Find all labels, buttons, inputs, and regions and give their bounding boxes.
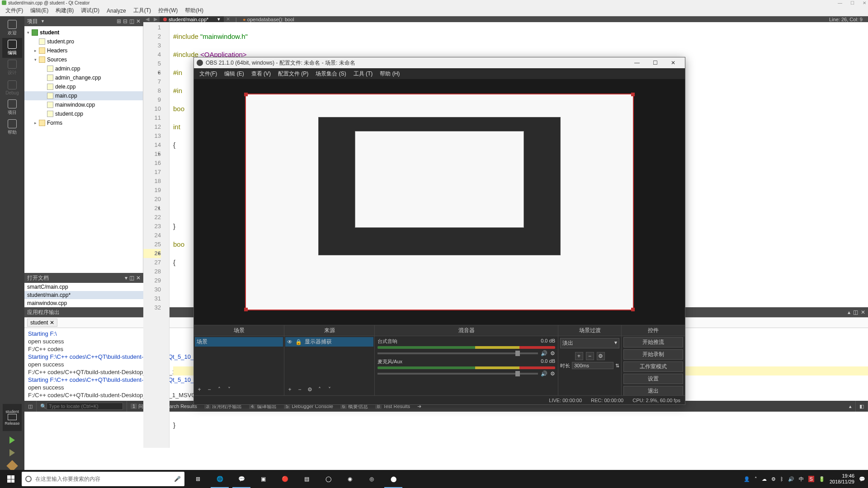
nav-back-icon[interactable]: ◀	[143, 16, 151, 22]
taskbar-app-steam[interactable]: ◯	[317, 470, 339, 488]
source-up-button[interactable]: ˄	[316, 386, 323, 394]
transition-select[interactable]: 淡出▾	[560, 338, 619, 348]
resize-handle-icon[interactable]	[244, 308, 248, 311]
spinner-icon[interactable]: ⇅	[615, 363, 619, 369]
sources-list[interactable]: 👁 🔒 显示器捕获	[284, 336, 374, 385]
source-down-button[interactable]: ˅	[326, 386, 333, 394]
close-pane-icon[interactable]: ✕	[136, 275, 141, 281]
obs-minimize-button[interactable]: —	[628, 60, 646, 66]
start-streaming-button[interactable]: 开始推流	[623, 337, 683, 347]
tree-sources[interactable]: ▾Sources	[24, 55, 143, 64]
obs-menu-tools[interactable]: 工具 (T)	[350, 70, 377, 78]
resize-handle-icon[interactable]	[244, 93, 248, 96]
resize-handle-icon[interactable]	[631, 308, 635, 311]
qt-menubar[interactable]: 文件(F) 编辑(E) 构建(B) 调试(D) Analyze 工具(T) 控件…	[0, 5, 868, 16]
eye-icon[interactable]: 👁	[287, 339, 292, 345]
add-source-button[interactable]: +	[286, 386, 293, 394]
filter-icon[interactable]: ▾	[125, 275, 127, 281]
menu-file[interactable]: 文件(F)	[2, 7, 27, 14]
tray-ime-icon[interactable]: 中	[799, 476, 804, 483]
tree-forms[interactable]: ▸Forms	[24, 118, 143, 127]
taskbar-app-misc2[interactable]: ◎	[361, 470, 382, 488]
remove-source-button[interactable]: −	[296, 386, 303, 394]
filter-icon[interactable]: ⊞	[117, 18, 121, 24]
studio-mode-button[interactable]: 工作室模式	[623, 361, 683, 372]
open-doc-item[interactable]: smartC/main.cpp	[24, 283, 143, 291]
obs-menu-edit[interactable]: 编辑 (E)	[221, 70, 247, 78]
mic-icon[interactable]: 🎤	[174, 476, 181, 482]
taskbar-app-wechat[interactable]: 💬	[231, 470, 252, 488]
run-target-selector[interactable]: student Release	[3, 404, 22, 431]
start-button[interactable]	[0, 470, 22, 488]
mode-debug[interactable]: Debug	[2, 78, 22, 98]
tree-project-root[interactable]: ▾student	[24, 28, 143, 37]
tray-bluetooth-icon[interactable]: ᛒ	[780, 476, 783, 482]
obs-menu-view[interactable]: 查看 (V)	[248, 70, 274, 78]
debug-run-button[interactable]	[9, 449, 15, 456]
source-settings-button[interactable]: ⚙	[306, 386, 313, 394]
nav-fwd-icon[interactable]: ▶	[151, 16, 160, 22]
close-pane-icon[interactable]: ✕	[136, 18, 141, 24]
menu-window[interactable]: 控件(W)	[155, 7, 181, 14]
split-icon[interactable]: ◫	[129, 275, 134, 281]
menu-build[interactable]: 构建(B)	[52, 7, 77, 14]
menu-analyze[interactable]: Analyze	[103, 8, 130, 14]
tree-src-item[interactable]: admin.cpp	[24, 64, 143, 73]
open-docs-list[interactable]: smartC/main.cpp student/main.cpp* mainwi…	[24, 283, 143, 307]
scenes-list[interactable]: 场景	[194, 336, 284, 385]
fold-icon[interactable]: ▾	[158, 68, 160, 77]
obs-preview[interactable]	[194, 79, 685, 325]
tree-src-item[interactable]: student.cpp	[24, 109, 143, 118]
transition-settings-button[interactable]: ⚙	[597, 352, 605, 360]
status-toggle-icon[interactable]: ◫	[24, 401, 37, 412]
source-item[interactable]: 👁 🔒 显示器捕获	[285, 337, 373, 347]
tray-battery-icon[interactable]: 🔋	[819, 476, 825, 482]
task-view-icon[interactable]: ⊞	[187, 470, 209, 488]
remove-scene-button[interactable]: −	[206, 386, 213, 394]
speaker-icon[interactable]: 🔊	[541, 350, 547, 357]
run-button[interactable]	[9, 436, 15, 444]
mode-welcome[interactable]: 欢迎	[2, 18, 22, 38]
output-target-chip[interactable]: student ✕	[27, 319, 57, 327]
add-scene-button[interactable]: +	[196, 386, 203, 394]
mode-design[interactable]: 设计	[2, 58, 22, 78]
gear-icon[interactable]: ⚙	[550, 350, 555, 357]
tray-clock[interactable]: 19:462018/11/29	[830, 473, 854, 485]
tree-src-item[interactable]: mainwindow.cpp	[24, 100, 143, 109]
menu-tools[interactable]: 工具(T)	[130, 7, 155, 14]
tree-src-item[interactable]: admin_change.cpp	[24, 73, 143, 82]
mode-projects[interactable]: 项目	[2, 98, 22, 117]
close-doc-icon[interactable]: ✕	[224, 16, 232, 22]
obs-menu-profile[interactable]: 配置文件 (P)	[274, 70, 312, 78]
tree-pro-file[interactable]: student.pro	[24, 37, 143, 46]
open-docs-header[interactable]: 打开文档 ▾◫✕	[24, 273, 143, 283]
obs-menubar[interactable]: 文件(F) 编辑 (E) 查看 (V) 配置文件 (P) 场景集合 (S) 工具…	[194, 68, 685, 79]
tree-src-item[interactable]: dele.cpp	[24, 82, 143, 91]
taskbar-search[interactable]: 在这里输入你要搜索的内容 🎤	[22, 472, 184, 486]
taskbar-app-browser[interactable]: 🌐	[209, 470, 231, 488]
lock-icon[interactable]: 🔒	[295, 339, 302, 345]
symbol-breadcrumb[interactable]: ● opendatabase(): bool	[240, 17, 297, 22]
tray-notifications-icon[interactable]: 💬	[859, 476, 865, 482]
volume-slider[interactable]	[377, 373, 538, 375]
tree-src-item-active[interactable]: main.cpp	[24, 91, 143, 100]
mode-help[interactable]: 帮助	[2, 117, 22, 137]
editor-file-selector[interactable]: student/main.cpp*▾	[160, 16, 224, 22]
tray-cloud-icon[interactable]: ☁	[762, 476, 767, 482]
speaker-icon[interactable]: 🔊	[541, 371, 547, 377]
obs-menu-file[interactable]: 文件(F)	[196, 70, 221, 78]
tray-volume-icon[interactable]: 🔊	[788, 476, 794, 482]
obs-menu-help[interactable]: 帮助 (H)	[376, 70, 403, 78]
taskbar-app-todesk[interactable]: 🔴	[274, 470, 296, 488]
open-doc-item[interactable]: mainwindow.cpp	[24, 299, 143, 307]
obs-maximize-button[interactable]: ☐	[646, 60, 664, 66]
tray-people-icon[interactable]: 👤	[744, 476, 750, 482]
obs-source-frame[interactable]	[245, 94, 634, 310]
start-recording-button[interactable]: 开始录制	[623, 349, 683, 360]
exit-button[interactable]: 退出	[623, 386, 683, 396]
obs-close-button[interactable]: ✕	[664, 60, 682, 66]
project-tree[interactable]: ▾student student.pro ▸Headers ▾Sources a…	[24, 26, 143, 273]
open-doc-item-active[interactable]: student/main.cpp*	[24, 291, 143, 299]
tray-sogou-icon[interactable]: S	[808, 476, 814, 482]
qt-minimize-button[interactable]: —	[838, 0, 842, 5]
